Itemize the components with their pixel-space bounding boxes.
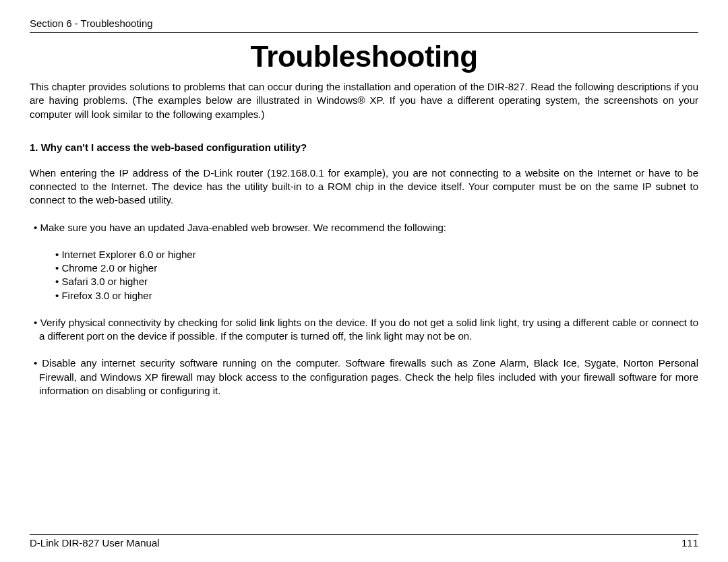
intro-paragraph: This chapter provides solutions to probl…: [30, 80, 698, 121]
bullet-browser-recommendation: • Make sure you have an updated Java-ena…: [30, 221, 698, 235]
section-header: Section 6 - Troubleshooting: [30, 18, 698, 33]
section-label: Section 6 - Troubleshooting: [30, 18, 153, 29]
browser-list: • Internet Explorer 6.0 or higher • Chro…: [30, 248, 698, 303]
footer-manual-label: D-Link DIR-827 User Manual: [30, 537, 160, 549]
footer-page-number: 111: [681, 537, 698, 549]
browser-ie: • Internet Explorer 6.0 or higher: [61, 248, 698, 261]
browser-chrome: • Chrome 2.0 or higher: [61, 261, 698, 275]
page-footer: D-Link DIR-827 User Manual 111: [30, 534, 698, 549]
page-title: Troubleshooting: [30, 40, 698, 73]
bullet-physical-connectivity: • Verify physical connectivity by checki…: [30, 316, 698, 344]
answer-intro: When entering the IP address of the D-Li…: [30, 166, 698, 208]
question-heading: 1. Why can't I access the web-based conf…: [30, 142, 698, 153]
bullet-disable-firewall: • Disable any internet security software…: [30, 356, 698, 398]
browser-firefox: • Firefox 3.0 or higher: [61, 289, 698, 303]
browser-safari: • Safari 3.0 or higher: [61, 275, 698, 288]
